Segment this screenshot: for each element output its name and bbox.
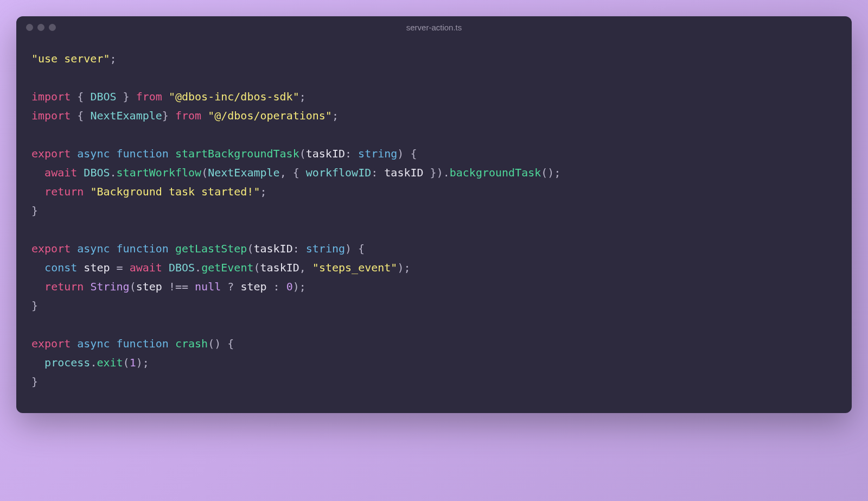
- code-window: server-action.ts "use server"; import { …: [16, 16, 852, 413]
- code-token: [31, 185, 44, 198]
- code-token: taskID: [260, 261, 299, 274]
- code-token: getLastStep: [169, 242, 247, 255]
- traffic-lights: [26, 24, 56, 31]
- code-token: );: [293, 280, 306, 293]
- code-token: DBOS: [90, 90, 116, 103]
- code-token: [31, 261, 44, 274]
- code-token: const: [44, 261, 77, 274]
- code-token: async: [71, 242, 110, 255]
- code-token: import: [31, 90, 71, 103]
- code-token: ?: [221, 280, 240, 293]
- code-token: ;: [110, 52, 117, 65]
- code-token: DBOS: [84, 166, 110, 179]
- window-filename: server-action.ts: [406, 23, 462, 32]
- code-token: [162, 261, 169, 274]
- code-token: :: [345, 147, 358, 160]
- code-token: !==: [162, 280, 195, 293]
- code-token: "Background task started!": [84, 185, 260, 198]
- code-token: );: [397, 261, 410, 274]
- code-token: [84, 280, 90, 293]
- code-token: taskID: [306, 147, 345, 160]
- minimize-icon[interactable]: [37, 24, 44, 31]
- code-token: :: [267, 280, 286, 293]
- code-token: async: [71, 147, 110, 160]
- code-editor[interactable]: "use server"; import { DBOS } from "@dbo…: [16, 39, 852, 413]
- close-icon[interactable]: [26, 24, 33, 31]
- code-token: , {: [280, 166, 306, 179]
- code-token: }: [31, 375, 38, 388]
- code-token: ();: [541, 166, 560, 179]
- code-token: ;: [332, 109, 339, 122]
- code-token: startWorkflow: [117, 166, 202, 179]
- code-token: import: [31, 109, 71, 122]
- code-token: backgroundTask: [450, 166, 541, 179]
- code-token: crash: [169, 337, 208, 350]
- code-token: (: [201, 166, 208, 179]
- code-token: (: [130, 280, 136, 293]
- code-token: export: [31, 242, 71, 255]
- code-token: await: [130, 261, 162, 274]
- code-token: return: [44, 185, 84, 198]
- code-token: (: [253, 261, 260, 274]
- code-token: "@dbos-inc/dbos-sdk": [162, 90, 299, 103]
- code-token: DBOS: [169, 261, 195, 274]
- maximize-icon[interactable]: [49, 24, 56, 31]
- code-token: );: [136, 356, 149, 369]
- code-token: [31, 280, 44, 293]
- code-token: [77, 261, 84, 274]
- code-token: workflowID: [306, 166, 371, 179]
- code-token: taskID: [384, 166, 423, 179]
- code-token: function: [110, 147, 169, 160]
- code-token: await: [44, 166, 77, 179]
- code-token: :: [371, 166, 384, 179]
- code-token: ;: [299, 90, 306, 103]
- code-token: export: [31, 147, 71, 160]
- code-token: }: [31, 299, 38, 312]
- code-token: ;: [260, 185, 266, 198]
- window-titlebar: server-action.ts: [16, 16, 852, 39]
- code-token: .: [90, 356, 97, 369]
- code-token: step: [136, 280, 162, 293]
- code-token: "@/dbos/operations": [201, 109, 332, 122]
- code-token: (: [123, 356, 130, 369]
- code-token: return: [44, 280, 84, 293]
- code-token: getEvent: [201, 261, 253, 274]
- code-token: 1: [130, 356, 136, 369]
- code-token: }: [117, 90, 136, 103]
- code-token: string: [358, 147, 397, 160]
- code-token: .: [195, 261, 201, 274]
- code-token: [31, 166, 44, 179]
- code-token: :: [293, 242, 306, 255]
- code-token: ) {: [397, 147, 417, 160]
- code-token: .: [110, 166, 117, 179]
- code-token: async: [71, 337, 110, 350]
- code-token: export: [31, 337, 71, 350]
- code-token: String: [90, 280, 129, 293]
- code-token: ,: [299, 261, 312, 274]
- code-token: function: [110, 242, 169, 255]
- code-token: exit: [97, 356, 123, 369]
- code-token: }: [31, 204, 38, 217]
- code-token: function: [110, 337, 169, 350]
- code-token: (: [299, 147, 306, 160]
- code-token: }: [162, 109, 175, 122]
- code-token: string: [306, 242, 345, 255]
- code-token: taskID: [253, 242, 292, 255]
- code-token: 0: [286, 280, 293, 293]
- code-token: {: [71, 90, 90, 103]
- code-token: from: [136, 90, 162, 103]
- code-token: NextExample: [90, 109, 162, 122]
- code-token: step: [240, 280, 266, 293]
- code-token: =: [110, 261, 130, 274]
- code-token: step: [84, 261, 110, 274]
- code-token: startBackgroundTask: [169, 147, 299, 160]
- code-token: (: [247, 242, 253, 255]
- code-token: from: [175, 109, 201, 122]
- code-token: process: [44, 356, 90, 369]
- code-token: [77, 166, 84, 179]
- code-token: NextExample: [208, 166, 279, 179]
- code-token: "use server": [31, 52, 110, 65]
- code-token: ) {: [345, 242, 365, 255]
- code-token: () {: [208, 337, 234, 350]
- code-token: {: [71, 109, 90, 122]
